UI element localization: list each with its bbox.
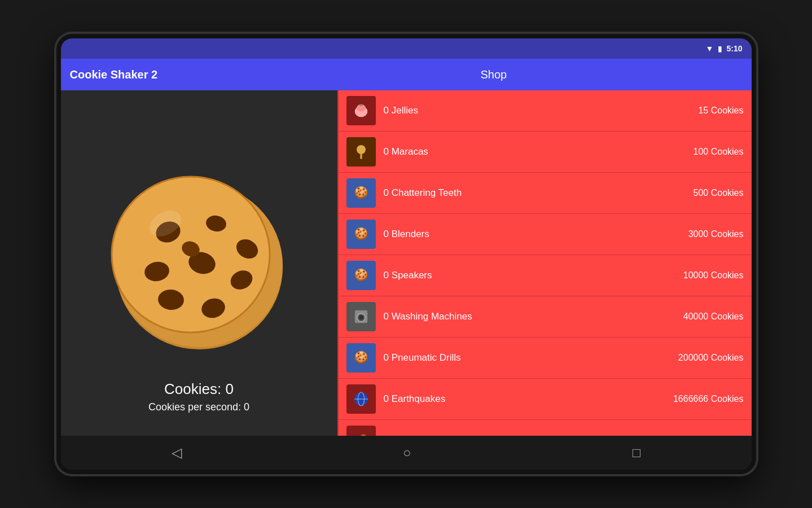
shop-item-cost-jellies: 15 Cookies — [698, 106, 743, 116]
shop-item-pneumatic-drills[interactable]: 🍪0 Pneumatic Drills200000 Cookies — [339, 338, 752, 379]
svg-text:🍪: 🍪 — [354, 350, 368, 365]
main-content: Cookies: 0 Cookies per second: 0 0 Jelli… — [61, 90, 752, 436]
device-frame: ▼ ▮ 5:10 Cookie Shaker 2 Shop — [56, 34, 756, 474]
svg-rect-18 — [360, 154, 362, 159]
shop-item-name-earthquakes: 0 Earthquakes — [384, 393, 446, 405]
home-button[interactable]: ○ — [386, 439, 428, 466]
shop-panel[interactable]: 0 Jellies15 Cookies0 Maracas100 Cookies🍪… — [337, 90, 752, 436]
shop-item-info-maracas: 0 Maracas100 Cookies — [384, 146, 744, 157]
svg-point-24 — [359, 316, 363, 320]
cookie-image — [103, 167, 295, 359]
shop-item-cost-speakers: 10000 Cookies — [683, 270, 744, 281]
shop-item-info-blenders: 0 Blenders3000 Cookies — [384, 229, 744, 240]
shop-item-blenders[interactable]: 🍪0 Blenders3000 Cookies — [339, 214, 752, 255]
shop-item-name-pneumatic-drills: 0 Pneumatic Drills — [384, 352, 461, 364]
left-panel: Cookies: 0 Cookies per second: 0 — [61, 90, 337, 436]
shop-item-icon-pneumatic-drills: 🍪 — [346, 343, 376, 373]
shop-item-speakers[interactable]: 🍪0 Speakers10000 Cookies — [339, 255, 752, 296]
cookie-button[interactable] — [98, 161, 301, 365]
shop-item-maracas[interactable]: 0 Maracas100 Cookies — [339, 132, 752, 173]
recent-button[interactable]: □ — [616, 439, 658, 466]
shop-item-icon-speakers: 🍪 — [346, 261, 376, 290]
battery-icon: ▮ — [718, 45, 722, 53]
shop-item-cost-pneumatic-drills: 200000 Cookies — [678, 353, 744, 363]
shop-item-cost-maracas: 100 Cookies — [694, 147, 744, 157]
cookies-per-second: Cookies per second: 0 — [61, 401, 337, 413]
shop-item-name-chattering-teeth: 0 Chattering Teeth — [384, 187, 462, 199]
svg-point-17 — [357, 145, 366, 154]
shop-item-icon-chattering-teeth: 🍪 — [346, 178, 376, 208]
shop-item-info-earthquakes: 0 Earthquakes1666666 Cookies — [384, 393, 744, 405]
shop-item-cost-earthquakes: 1666666 Cookies — [673, 394, 744, 404]
shop-item-name-washing-machines: 0 Washing Machines — [384, 311, 472, 322]
svg-text:🍪: 🍪 — [354, 226, 368, 241]
app-title: Cookie Shaker 2 — [70, 68, 472, 81]
shop-item-icon-blenders: 🍪 — [346, 220, 376, 249]
shop-item-chattering-teeth[interactable]: 🍪0 Chattering Teeth500 Cookies — [339, 173, 752, 214]
shop-item-icon-maracas — [346, 137, 376, 167]
svg-text:🍪: 🍪 — [354, 268, 368, 282]
app-container: Cookie Shaker 2 Shop — [61, 59, 752, 436]
svg-rect-16 — [359, 104, 362, 106]
app-bar: Cookie Shaker 2 Shop — [61, 59, 752, 90]
shop-item-icon-washing-machines — [346, 302, 376, 331]
wifi-icon: ▼ — [706, 44, 714, 53]
shop-item-cost-blenders: 3000 Cookies — [688, 229, 744, 239]
shop-item-info-pneumatic-drills: 0 Pneumatic Drills200000 Cookies — [384, 352, 744, 364]
shop-item-info-chattering-teeth: 0 Chattering Teeth500 Cookies — [384, 187, 744, 199]
shop-item-meteors[interactable]: 0 Meteors123456789 Cookies — [339, 420, 752, 436]
shop-item-cost-washing-machines: 40000 Cookies — [683, 312, 744, 322]
svg-text:🍪: 🍪 — [354, 185, 368, 200]
shop-item-icon-meteors — [346, 426, 376, 436]
shop-item-name-maracas: 0 Maracas — [384, 146, 428, 157]
shop-item-info-speakers: 0 Speakers10000 Cookies — [384, 270, 744, 281]
shop-item-washing-machines[interactable]: 0 Washing Machines40000 Cookies — [339, 296, 752, 338]
shop-item-name-speakers: 0 Speakers — [384, 270, 432, 281]
shop-item-name-blenders: 0 Blenders — [384, 229, 429, 240]
shop-item-jellies[interactable]: 0 Jellies15 Cookies — [339, 90, 752, 132]
nav-bar: ◁ ○ □ — [61, 436, 752, 470]
shop-item-name-jellies: 0 Jellies — [384, 105, 418, 116]
status-bar: ▼ ▮ 5:10 — [61, 38, 752, 59]
shop-item-icon-jellies — [346, 96, 376, 125]
status-time: 5:10 — [726, 44, 742, 53]
shop-item-info-washing-machines: 0 Washing Machines40000 Cookies — [384, 311, 744, 322]
shop-item-info-jellies: 0 Jellies15 Cookies — [384, 105, 744, 116]
back-button[interactable]: ◁ — [155, 439, 199, 466]
shop-title: Shop — [472, 68, 743, 81]
shop-item-cost-chattering-teeth: 500 Cookies — [694, 188, 744, 198]
shop-item-icon-earthquakes — [346, 384, 376, 414]
shop-item-earthquakes[interactable]: 0 Earthquakes1666666 Cookies — [339, 379, 752, 420]
cookies-count: Cookies: 0 — [61, 380, 337, 398]
cookie-stats: Cookies: 0 Cookies per second: 0 — [61, 380, 337, 413]
